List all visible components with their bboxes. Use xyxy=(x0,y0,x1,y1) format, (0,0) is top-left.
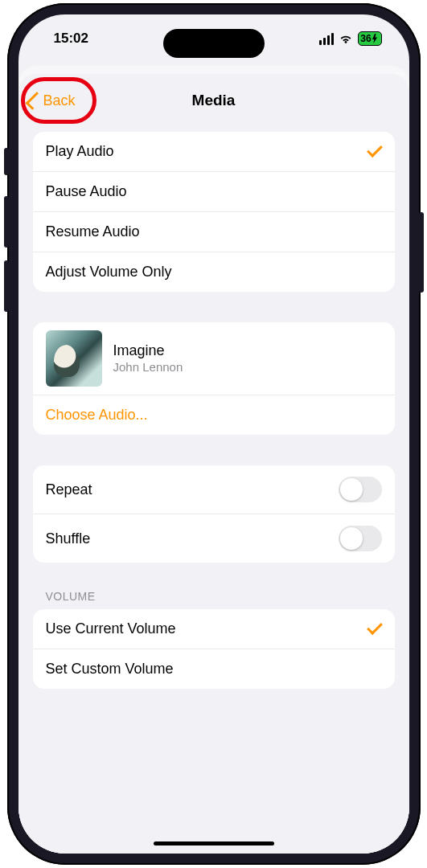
wifi-icon xyxy=(339,33,353,44)
playback-group: Repeat Shuffle xyxy=(33,465,395,563)
back-label: Back xyxy=(43,92,76,109)
battery-icon: 36 xyxy=(358,31,382,46)
choose-audio-label: Choose Audio... xyxy=(46,407,148,423)
volume-label: Set Custom Volume xyxy=(46,661,174,678)
repeat-label: Repeat xyxy=(46,481,92,498)
repeat-row: Repeat xyxy=(33,465,395,514)
action-resume-audio[interactable]: Resume Audio xyxy=(33,211,395,252)
chevron-left-icon xyxy=(25,92,43,110)
repeat-toggle[interactable] xyxy=(339,477,382,502)
settings-sheet: Back Media Play Audio Pause Audio Resume… xyxy=(18,74,409,854)
mute-switch xyxy=(4,148,9,175)
checkmark-icon xyxy=(367,141,383,158)
screen: 15:02 36 Back Media xyxy=(18,14,409,854)
status-time: 15:02 xyxy=(54,31,88,47)
media-text: Imagine John Lennon xyxy=(113,342,183,375)
choose-audio-button[interactable]: Choose Audio... xyxy=(33,395,395,435)
action-pause-audio[interactable]: Pause Audio xyxy=(33,171,395,211)
shuffle-row: Shuffle xyxy=(33,514,395,563)
volume-use-current[interactable]: Use Current Volume xyxy=(33,609,395,649)
action-label: Pause Audio xyxy=(46,183,127,200)
artist-name: John Lennon xyxy=(113,360,183,375)
action-group: Play Audio Pause Audio Resume Audio Adju… xyxy=(33,132,395,292)
content: Play Audio Pause Audio Resume Audio Adju… xyxy=(18,132,409,721)
battery-level: 36 xyxy=(360,33,371,44)
page-title: Media xyxy=(192,92,236,109)
action-label: Play Audio xyxy=(46,143,114,160)
action-adjust-volume[interactable]: Adjust Volume Only xyxy=(33,252,395,292)
phone-frame: 15:02 36 Back Media xyxy=(7,3,421,865)
volume-set-custom[interactable]: Set Custom Volume xyxy=(33,649,395,689)
volume-down-button xyxy=(4,260,9,312)
action-label: Adjust Volume Only xyxy=(46,264,172,280)
checkmark-icon xyxy=(367,619,383,635)
volume-up-button xyxy=(4,196,9,248)
home-indicator[interactable] xyxy=(154,841,274,845)
nav-bar: Back Media xyxy=(18,74,409,127)
song-title: Imagine xyxy=(113,342,183,360)
selected-media-row[interactable]: Imagine John Lennon xyxy=(33,322,395,395)
media-group: Imagine John Lennon Choose Audio... xyxy=(33,322,395,435)
dynamic-island xyxy=(163,29,265,58)
volume-group: Use Current Volume Set Custom Volume xyxy=(33,609,395,689)
back-button[interactable]: Back xyxy=(30,92,76,109)
action-play-audio[interactable]: Play Audio xyxy=(33,132,395,171)
shuffle-label: Shuffle xyxy=(46,530,91,547)
shuffle-toggle[interactable] xyxy=(339,526,382,551)
volume-section-header: VOLUME xyxy=(33,563,395,609)
status-right: 36 xyxy=(319,31,382,46)
power-button xyxy=(419,212,424,293)
cellular-icon xyxy=(319,33,334,45)
action-label: Resume Audio xyxy=(46,223,140,240)
volume-label: Use Current Volume xyxy=(46,620,176,637)
album-art xyxy=(46,330,102,387)
